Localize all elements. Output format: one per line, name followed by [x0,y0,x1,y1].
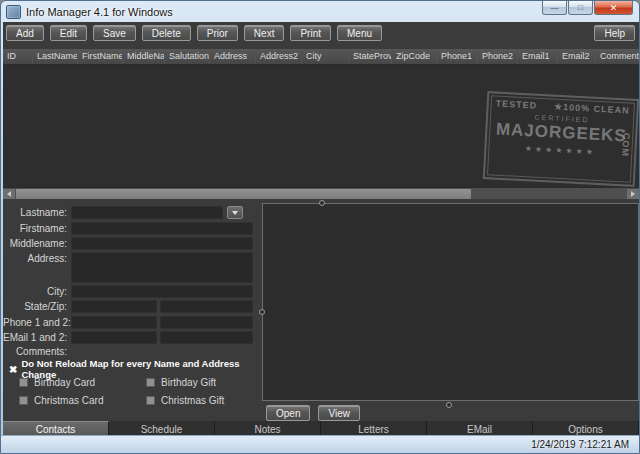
majorgeeks-watermark: TESTED ★100% CLEAN CERTIFIED MAJORGEEKS … [483,91,639,187]
save-button[interactable]: Save [93,25,136,41]
birthday-gift-label: Birthday Gift [161,377,216,388]
toolbar: Add Edit Save Delete Prior Next Print Me… [6,25,382,41]
column-header-id[interactable]: ID [3,49,33,64]
close-icon: ✕ [610,3,618,13]
field-row-city: City: [3,285,259,299]
app-icon [6,5,21,19]
email1-input[interactable] [71,331,157,344]
lastname-input[interactable] [71,206,223,219]
map-resize-handle-top[interactable] [319,200,325,206]
emails-label: EMail 1 and 2: [3,332,67,343]
address-label: Address: [3,253,67,264]
titlebar[interactable]: Info Manager 4.1 for Windows — □ ✕ [1,1,639,22]
column-header-lastname[interactable]: LastName [33,49,78,64]
field-row-comments: Comments: [3,345,259,359]
field-row-address: Address: [3,252,259,284]
prior-button[interactable]: Prior [197,25,238,41]
middlename-input[interactable] [71,237,253,250]
middlename-label: Middlename: [3,238,67,249]
state-input[interactable] [71,300,157,313]
field-row-phones: Phone 1 and 2: [3,316,259,330]
maximize-icon: □ [578,3,583,12]
column-header-phone2[interactable]: Phone2 [478,49,518,64]
close-button[interactable]: ✕ [594,1,633,15]
chevron-down-icon [232,211,238,215]
delete-button[interactable]: Delete [142,25,191,41]
column-header-city[interactable]: City [302,49,349,64]
birthday-gift-checkbox[interactable] [146,378,155,387]
phone1-input[interactable] [71,316,157,329]
watermark-tested-text: TESTED [496,99,538,111]
open-button[interactable]: Open [266,405,310,421]
column-header-phone1[interactable]: Phone1 [437,49,478,64]
scroll-left-button[interactable] [3,189,15,199]
map-buttons: Open View [266,405,360,421]
watermark-clean-text: ★100% CLEAN [554,102,630,116]
christmas-card-label: Christmas Card [34,395,103,406]
column-header-middlename[interactable]: MiddleName [123,49,165,64]
maximize-button[interactable]: □ [568,1,593,15]
statusbar: 1/24/2019 7:12:21 AM [1,435,639,453]
print-button[interactable]: Print [290,25,331,41]
column-header-comments[interactable]: Comments [596,49,639,64]
firstname-label: Firstname: [3,223,67,234]
map-resize-handle-bottom[interactable] [446,402,452,408]
minimize-button[interactable]: — [542,1,567,15]
majorgeeks-watermark-inner: TESTED ★100% CLEAN CERTIFIED MAJORGEEKS … [487,95,635,182]
column-header-zipcode[interactable]: ZipCode [392,49,437,64]
column-header-firstname[interactable]: FirstName [78,49,123,64]
scroll-right-icon [631,191,635,197]
christmas-gift-option[interactable]: Christmas Gift [146,395,224,406]
datetime-display: 1/24/2019 7:12:21 AM [531,439,629,450]
address-input[interactable] [71,252,253,283]
scrollbar-thumb[interactable] [16,189,471,199]
window-title: Info Manager 4.1 for Windows [26,6,173,18]
help-button[interactable]: Help [594,25,635,41]
next-button[interactable]: Next [244,25,285,41]
column-header-salutation[interactable]: Salutation [165,49,210,64]
horizontal-scrollbar[interactable] [3,187,639,199]
column-header-email2[interactable]: Email2 [558,49,596,64]
map-panel[interactable] [262,203,639,401]
client-area: Add Edit Save Delete Prior Next Print Me… [3,22,639,437]
christmas-gift-checkbox[interactable] [146,396,155,405]
christmas-gift-label: Christmas Gift [161,395,224,406]
field-row-lastname: Lastname: [3,206,259,220]
minimize-icon: — [551,3,559,12]
lastname-label: Lastname: [3,207,67,218]
birthday-card-option[interactable]: Birthday Card [19,377,95,388]
field-row-firstname: Firstname: [3,222,259,236]
city-input[interactable] [71,285,253,298]
email2-input[interactable] [160,331,253,344]
scroll-left-icon [7,191,11,197]
add-button[interactable]: Add [6,25,44,41]
column-header-email1[interactable]: Email1 [518,49,558,64]
edit-button[interactable]: Edit [50,25,87,41]
field-row-state-zip: State/Zip: [3,300,259,314]
record-grid[interactable]: TESTED ★100% CLEAN CERTIFIED MAJORGEEKS … [3,65,639,187]
column-header-address2[interactable]: Address2 [256,49,302,64]
comments-label: Comments: [3,346,67,357]
column-header-stateprov[interactable]: StateProv [349,49,392,64]
window-controls: — □ ✕ [541,1,633,15]
lastname-dropdown-button[interactable] [227,206,243,219]
state-zip-label: State/Zip: [3,301,67,312]
zip-input[interactable] [160,300,253,313]
firstname-input[interactable] [71,222,253,235]
menu-button[interactable]: Menu [337,25,382,41]
field-row-middlename: Middlename: [3,237,259,251]
view-button[interactable]: View [318,405,360,421]
christmas-card-option[interactable]: Christmas Card [19,395,103,406]
checked-x-icon: ✖ [9,364,17,375]
phone2-input[interactable] [160,316,253,329]
phones-label: Phone 1 and 2: [3,317,67,328]
grid-column-headers: ID LastName FirstName MiddleName Salutat… [3,49,639,65]
column-header-address[interactable]: Address [210,49,256,64]
field-row-emails: EMail 1 and 2: [3,331,259,345]
christmas-card-checkbox[interactable] [19,396,28,405]
app-window: Info Manager 4.1 for Windows — □ ✕ Add E… [0,0,640,454]
birthday-gift-option[interactable]: Birthday Gift [146,377,216,388]
map-resize-handle-left[interactable] [259,309,265,315]
scroll-right-button[interactable] [627,189,639,199]
birthday-card-checkbox[interactable] [19,378,28,387]
